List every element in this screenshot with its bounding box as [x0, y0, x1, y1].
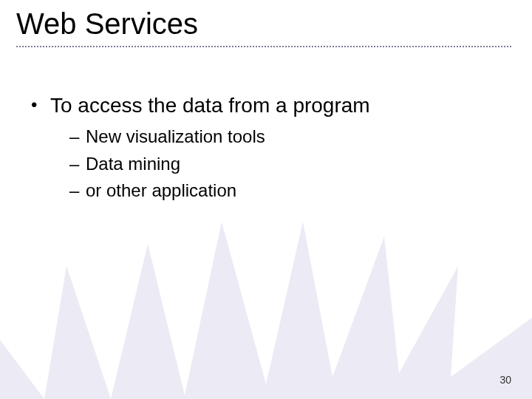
- bullet-level1: • To access the data from a program: [31, 92, 502, 119]
- bullet-text: To access the data from a program: [50, 92, 370, 119]
- bullet-text: New visualization tools: [86, 125, 265, 149]
- svg-marker-0: [0, 222, 532, 399]
- bullet-dot-icon: •: [31, 92, 50, 119]
- slide: Web Services • To access the data from a…: [0, 0, 532, 399]
- slide-body: • To access the data from a program – Ne…: [31, 92, 502, 206]
- bullet-text: Data mining: [86, 152, 180, 176]
- bullet-level2: – New visualization tools: [69, 125, 502, 149]
- page-number: 30: [499, 374, 511, 386]
- bullet-dash-icon: –: [69, 152, 86, 176]
- bullet-level2: – Data mining: [69, 152, 502, 176]
- bullet-text: or other application: [86, 179, 236, 202]
- bullet-dash-icon: –: [69, 179, 86, 202]
- slide-title: Web Services: [16, 7, 198, 42]
- bullet-level2: – or other application: [69, 179, 502, 202]
- title-underline: [16, 46, 511, 47]
- bullet-dash-icon: –: [69, 125, 86, 149]
